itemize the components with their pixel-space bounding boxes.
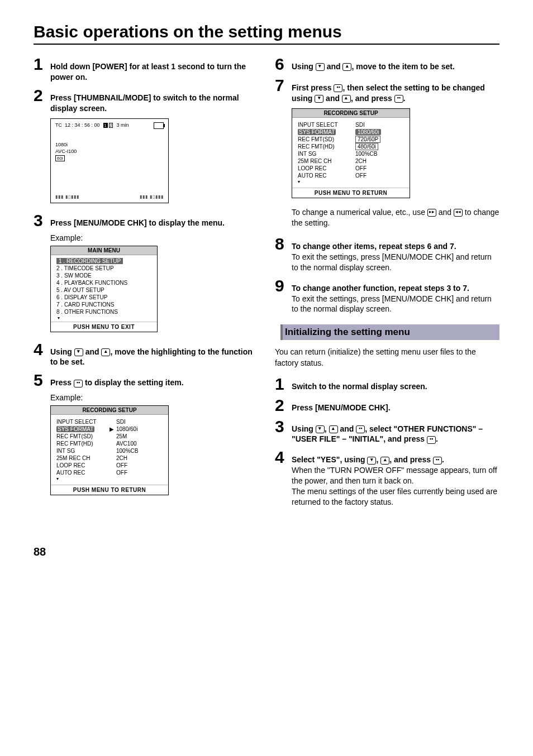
rew-icon	[454, 209, 463, 217]
up-icon	[101, 348, 110, 356]
example-label: Example:	[50, 393, 258, 402]
audio-meter-left: ▮▮▮ ▮▯▮▮▮	[55, 194, 79, 199]
card-slot-icon: 1	[103, 123, 108, 128]
menu-item: 5 . AV OUT SETUP	[56, 286, 151, 294]
row-value: OFF	[110, 470, 127, 476]
main-menu-figure: MAIN MENU 1 . RECORDING SETUP 2 . TIMECO…	[50, 246, 158, 332]
framerate-badge: 60i	[55, 155, 65, 161]
menu-title: RECORDING SETUP	[292, 109, 410, 118]
step-text: Press [MENU/MODE CHK] to display the men…	[50, 218, 225, 227]
more-indicator: ▾	[56, 476, 163, 481]
step-text: First press	[292, 83, 334, 92]
step-number: 7	[275, 77, 287, 94]
row-value: 480/60i	[355, 143, 378, 150]
up-icon	[380, 457, 389, 465]
step-number: 4	[34, 341, 46, 358]
tc-label: TC	[55, 122, 62, 128]
pause-set-icon	[334, 84, 342, 92]
row-value: AVC100	[110, 441, 137, 447]
ff-icon	[427, 209, 436, 217]
menu-item: 2 . TIMECODE SETUP	[56, 265, 151, 272]
step-number: 1	[275, 376, 287, 393]
row-label: LOOP REC	[298, 165, 351, 171]
right-column: 6 Using and , move to the item to be set…	[275, 56, 499, 512]
format-line: 1080i	[55, 141, 77, 148]
audio-meter-right: ▮▮▮ ▮▯▮▮▮	[140, 194, 164, 199]
row-value: OFF	[110, 462, 127, 468]
step-text: , and press	[351, 94, 394, 103]
row-label: REC FMT(HD)	[56, 441, 110, 447]
menu-item: 7 . CARD FUNCTIONS	[56, 301, 151, 308]
step-number: 6	[275, 56, 287, 73]
row-label: SYS FORMAT	[298, 129, 336, 135]
pause-set-icon	[394, 95, 403, 103]
step-number: 1	[34, 56, 46, 73]
step-text: To change other items, repeat steps 6 an…	[292, 242, 456, 251]
row-value: OFF	[351, 173, 367, 179]
recording-setup-figure: RECORDING SETUP INPUT SELECTSDI SYS FORM…	[292, 108, 410, 198]
step-number: 9	[275, 277, 287, 294]
row-value: 25M	[110, 433, 127, 439]
menu-footer: PUSH MENU TO RETURN	[292, 188, 410, 198]
menu-footer: PUSH MENU TO RETURN	[51, 485, 168, 495]
step-number: 2	[275, 397, 287, 414]
card-slot-icon: 2	[109, 123, 113, 128]
step-text: Press	[50, 378, 74, 387]
step-text: and	[323, 94, 342, 103]
menu-title: RECORDING SETUP	[51, 406, 168, 415]
down-icon	[315, 95, 323, 103]
step-text: , move to the item to be set.	[351, 62, 454, 71]
row-label: 25M REC CH	[298, 158, 351, 164]
note-text: To change a numerical value, etc., use	[292, 208, 427, 217]
row-value: SDI	[110, 419, 126, 425]
step-number: 4	[275, 449, 287, 466]
page-title: Basic operations on the setting menus	[34, 22, 499, 45]
row-label: REC FMT(SD)	[298, 136, 351, 142]
step-text: Press [MENU/MODE CHK].	[292, 403, 391, 412]
row-label: REC FMT(HD)	[298, 143, 351, 150]
tc-value: 12 : 34 : 56 : 00	[65, 122, 100, 128]
menu-item: 1 . RECORDING SETUP	[56, 257, 151, 265]
step-number: 3	[275, 418, 287, 435]
note-text: and	[436, 208, 454, 217]
menu-item: 3 . SW MODE	[56, 272, 151, 279]
step-text: and	[338, 424, 356, 433]
recording-setup-figure: RECORDING SETUP INPUT SELECTSDI SYS FORM…	[50, 405, 169, 495]
step-text: , and press	[389, 455, 433, 464]
step-text: Switch to the normal display screen.	[292, 382, 427, 391]
step-detail: The menu settings of the user files curr…	[292, 487, 497, 506]
pause-set-icon	[74, 380, 83, 387]
step-text: Select "YES", using	[292, 455, 367, 464]
row-label: AUTO REC	[298, 173, 351, 179]
row-value: 100%CB	[110, 448, 138, 454]
row-value: OFF	[351, 165, 367, 171]
up-icon	[342, 95, 351, 103]
row-label: SYS FORMAT	[56, 426, 94, 432]
menu-footer: PUSH MENU TO EXIT	[51, 322, 157, 332]
row-value: 1080/60i	[355, 129, 381, 135]
down-icon	[367, 457, 376, 465]
row-value: 1080/60i	[116, 426, 137, 432]
row-label: AUTO REC	[56, 470, 110, 476]
menu-item: 6 . DISPLAY SETUP	[56, 294, 151, 301]
page-number: 88	[34, 546, 499, 558]
down-icon	[74, 348, 83, 356]
down-icon	[316, 63, 325, 71]
step-number: 2	[34, 87, 46, 104]
section-intro: You can return (initialize) the setting …	[275, 347, 499, 369]
more-indicator: ▾	[298, 179, 404, 184]
row-label: INPUT SELECT	[56, 419, 110, 425]
step-number: 8	[275, 236, 287, 252]
step-number: 5	[34, 372, 46, 389]
row-value: 720/60P	[355, 136, 380, 143]
step-detail: To exit the settings, press [MENU/MODE C…	[292, 252, 492, 272]
row-value: 2CH	[351, 158, 367, 164]
step-text: Using	[292, 62, 316, 71]
step-text: Press [THUMBNAIL/MODE] to switch to the …	[50, 93, 239, 113]
pointer-icon: ▶	[110, 426, 116, 432]
step-text: .	[403, 94, 406, 103]
row-label: REC FMT(SD)	[56, 433, 110, 439]
step-text: and	[83, 347, 102, 356]
pause-set-icon	[433, 457, 442, 465]
left-column: 1 Hold down [POWER] for at least 1 secon…	[34, 56, 258, 512]
